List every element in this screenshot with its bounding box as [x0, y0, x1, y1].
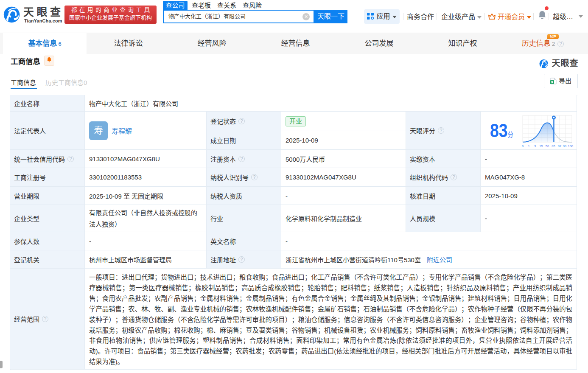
svg-text:85: 85 [552, 144, 555, 148]
svg-text:100: 100 [568, 144, 573, 148]
svg-text:3: 3 [534, 144, 536, 148]
svg-text:1: 1 [528, 144, 529, 148]
svg-text:99: 99 [563, 144, 566, 148]
svg-text:15: 15 [539, 144, 543, 148]
svg-text:97: 97 [558, 144, 561, 148]
svg-text:0: 0 [522, 144, 524, 148]
svg-text:50: 50 [546, 144, 549, 148]
